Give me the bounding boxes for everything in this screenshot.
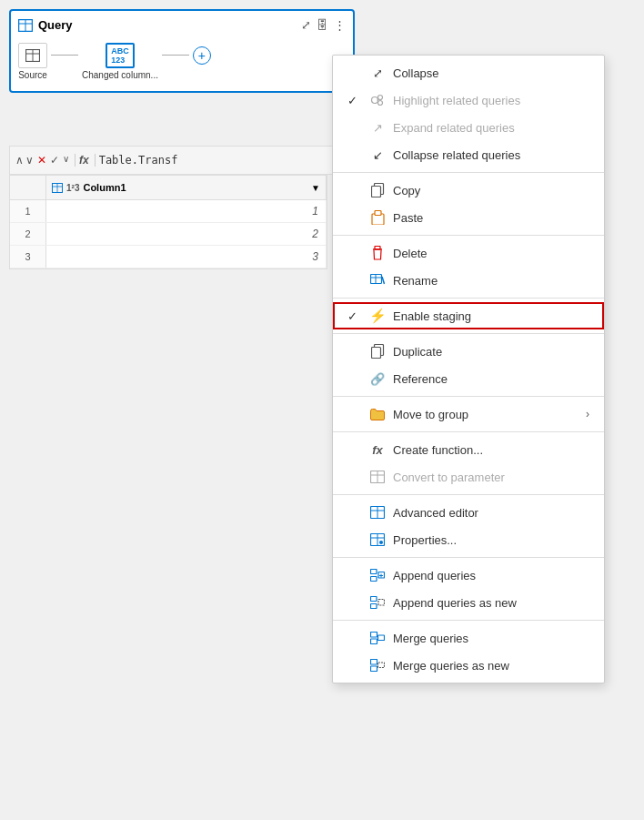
editor-icon [369, 504, 386, 521]
formula-bar: ∧ ∨ ✕ ✓ ∨ fx Table.Transf [9, 146, 364, 175]
cell-value: 3 [46, 246, 327, 268]
fx-create-icon: fx [369, 441, 386, 458]
svg-rect-19 [375, 247, 380, 250]
more-icon[interactable]: ⋮ [334, 18, 346, 32]
cylinder-icon[interactable]: 🗄 [317, 18, 328, 32]
query-title-actions: ⤢ 🗄 ⋮ [301, 18, 346, 32]
svg-rect-17 [375, 211, 381, 216]
table-row: 3 3 [10, 246, 327, 268]
col-type-table-icon [52, 183, 63, 193]
down-formula-button[interactable]: ∨ [63, 154, 69, 167]
table-row: 2 2 [10, 223, 327, 246]
row-num-header [10, 176, 46, 199]
menu-item-collapse-related[interactable]: ↙ Collapse related queries [333, 141, 604, 168]
svg-line-23 [382, 277, 385, 284]
expand-related-label: Expand related queries [393, 121, 589, 135]
context-menu: ⤢ Collapse ✓ Highlight related queries ↗… [332, 55, 605, 683]
divider-9 [333, 620, 604, 621]
menu-item-rename[interactable]: Rename [333, 267, 604, 294]
menu-item-merge-queries[interactable]: Merge queries [333, 624, 604, 652]
highlight-label: Highlight related queries [393, 94, 589, 107]
param-icon [369, 469, 386, 485]
menu-item-highlight[interactable]: ✓ Highlight related queries [333, 86, 604, 114]
menu-item-append-queries[interactable]: Append queries [333, 562, 604, 589]
svg-rect-42 [371, 604, 377, 609]
table-row: 1 1 [10, 200, 327, 223]
copy-icon [369, 182, 386, 198]
cell-value: 2 [46, 223, 327, 245]
changed-column-label: Changed column... [82, 70, 158, 80]
properties-label: Properties... [393, 533, 589, 547]
svg-rect-49 [378, 663, 385, 668]
source-icon [18, 43, 47, 68]
divider-4 [333, 333, 604, 334]
menu-item-properties[interactable]: Properties... [333, 526, 604, 553]
delete-label: Delete [393, 247, 589, 260]
duplicate-label: Duplicate [393, 345, 589, 359]
down-arrow[interactable]: ∨ [25, 154, 34, 167]
collapse-icon: ⤢ [369, 65, 386, 81]
svg-rect-36 [371, 570, 377, 574]
menu-item-convert-param[interactable]: Convert to parameter [333, 463, 604, 491]
staging-label: Enable staging [393, 309, 589, 323]
collapse-related-label: Collapse related queries [393, 148, 589, 162]
reference-label: Reference [393, 372, 589, 386]
svg-point-9 [372, 97, 378, 104]
step-source[interactable]: Source [18, 43, 47, 80]
staging-icon: ⚡ [369, 308, 386, 324]
collapse-related-icon: ↙ [369, 147, 386, 163]
menu-item-create-function[interactable]: fx Create function... [333, 436, 604, 463]
merge-new-icon [369, 657, 386, 673]
svg-rect-41 [371, 597, 377, 602]
step-connector [51, 55, 78, 56]
up-arrow[interactable]: ∧ [15, 154, 24, 167]
source-label: Source [18, 70, 47, 80]
merge-queries-label: Merge queries [393, 632, 589, 645]
divider-8 [333, 557, 604, 558]
menu-item-reference[interactable]: 🔗 Reference [333, 365, 604, 392]
collapse-label: Collapse [393, 66, 589, 80]
col-name: Column1 [83, 182, 126, 193]
check-staging: ✓ [347, 309, 362, 323]
menu-item-expand-related[interactable]: ↗ Expand related queries [333, 114, 604, 141]
cell-value: 1 [46, 200, 327, 222]
step-changed-column[interactable]: ABC123 Changed column... [82, 43, 158, 80]
add-step-button[interactable]: + [193, 46, 211, 65]
menu-item-duplicate[interactable]: Duplicate [333, 338, 604, 365]
menu-item-paste[interactable]: Paste [333, 204, 604, 231]
append-queries-label: Append queries [393, 569, 589, 582]
menu-item-move-to-group[interactable]: Move to group › [333, 400, 604, 428]
svg-point-35 [379, 541, 383, 544]
svg-rect-37 [371, 577, 377, 582]
svg-rect-47 [371, 660, 377, 665]
duplicate-icon [369, 343, 386, 359]
col-header-column1[interactable]: 1²3 Column1 ▼ [46, 176, 327, 199]
svg-rect-25 [371, 348, 380, 359]
menu-item-collapse[interactable]: ⤢ Collapse [333, 59, 604, 86]
row-num: 3 [10, 246, 46, 268]
cancel-formula-button[interactable]: ✕ [37, 154, 46, 167]
svg-rect-15 [371, 187, 380, 197]
menu-item-copy[interactable]: Copy [333, 177, 604, 204]
formula-content[interactable]: Table.Transf [99, 154, 178, 167]
menu-item-advanced-editor[interactable]: Advanced editor [333, 499, 604, 526]
advanced-editor-label: Advanced editor [393, 506, 589, 520]
menu-item-delete[interactable]: Delete [333, 239, 604, 267]
divider-6 [333, 431, 604, 432]
menu-item-merge-queries-new[interactable]: Merge queries as new [333, 652, 604, 679]
paste-label: Paste [393, 211, 589, 225]
menu-item-enable-staging[interactable]: ✓ ⚡ Enable staging [333, 302, 604, 329]
divider-7 [333, 494, 604, 495]
copy-label: Copy [393, 184, 589, 197]
divider-1 [333, 172, 604, 173]
create-function-label: Create function... [393, 443, 589, 457]
menu-item-append-queries-new[interactable]: Append queries as new [333, 589, 604, 616]
query-title: Query [18, 18, 73, 32]
append-queries-new-label: Append queries as new [393, 596, 589, 610]
folder-icon [369, 406, 386, 422]
svg-rect-48 [371, 666, 377, 672]
svg-point-11 [378, 101, 383, 106]
expand-icon[interactable]: ⤢ [301, 18, 311, 32]
col-filter-icon[interactable]: ▼ [311, 183, 320, 193]
check-formula-button[interactable]: ✓ [50, 154, 59, 167]
